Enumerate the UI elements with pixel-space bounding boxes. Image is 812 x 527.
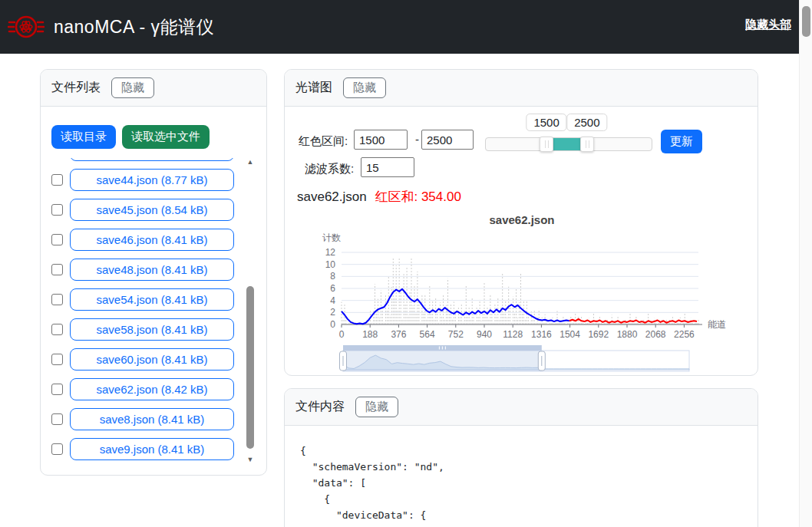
- svg-text:376: 376: [391, 329, 406, 340]
- svg-text:4: 4: [330, 295, 335, 306]
- file-item-button[interactable]: save58.json (8.41 kB): [70, 318, 234, 341]
- hide-header-link[interactable]: 隐藏头部: [745, 18, 791, 32]
- spectrum-body: 红色区间: - 1500 2500 更新 滤波系数: save62.json 红…: [285, 107, 758, 388]
- file-list-body: 读取目录 读取选中文件 save44.json (8.77 kB) save45…: [41, 107, 266, 463]
- file-checkbox[interactable]: [51, 174, 63, 186]
- file-checkbox[interactable]: [51, 204, 63, 216]
- svg-text:1504: 1504: [559, 329, 580, 340]
- file-list-panel-header: 文件列表 隐藏: [41, 70, 266, 107]
- red-region-sum: 红区和: 354.00: [375, 189, 460, 204]
- file-list-item: save54.json (8.41 kB): [51, 288, 234, 311]
- spectrum-panel: 光谱图 隐藏 红色区间: - 1500 2500 更新 滤波系数: save62…: [284, 69, 758, 376]
- red-range-slider-handle-min[interactable]: [540, 137, 553, 152]
- svg-text:1316: 1316: [531, 329, 552, 340]
- red-range-max-input[interactable]: [421, 130, 474, 150]
- file-item-button[interactable]: [70, 158, 234, 161]
- file-list-item: [51, 158, 234, 161]
- page-scrollbar-thumb[interactable]: [802, 6, 810, 37]
- svg-text:1128: 1128: [503, 329, 523, 340]
- app-header: nanoMCA - γ能谱仪 隐藏头部: [0, 0, 812, 54]
- spectrum-line-red-region: [569, 319, 697, 323]
- svg-text:1880: 1880: [617, 329, 638, 340]
- file-item-button[interactable]: save62.json (8.42 kB): [70, 378, 234, 400]
- svg-text:2068: 2068: [645, 329, 666, 340]
- file-item-button[interactable]: save46.json (8.41 kB): [70, 229, 234, 251]
- file-list-item: save48.json (8.41 kB): [51, 259, 234, 281]
- filter-coefficient-input[interactable]: [361, 157, 414, 177]
- file-item-button[interactable]: save60.json (8.41 kB): [70, 348, 234, 371]
- read-selected-files-button[interactable]: 读取选中文件: [122, 125, 210, 149]
- file-list-item: save9.json (8.41 kB): [51, 438, 234, 460]
- svg-text:188: 188: [362, 329, 378, 340]
- spectrum-chart: 0246810120188376564752940112813161504169…: [297, 210, 747, 376]
- read-directory-button[interactable]: 读取目录: [51, 125, 116, 149]
- file-list-hide-button[interactable]: 隐藏: [111, 77, 154, 98]
- file-list-scrollbar[interactable]: ▲ ▼: [245, 158, 256, 463]
- file-content-json: { "schemaVersion": "nd", "data": [ { "de…: [285, 426, 758, 527]
- file-content-panel: 文件内容 隐藏 { "schemaVersion": "nd", "data":…: [284, 388, 758, 527]
- spectrum-title: 光谱图: [295, 80, 332, 96]
- file-content-panel-header: 文件内容 隐藏: [285, 389, 758, 426]
- spectrum-chart-wrap: 0246810120188376564752940112813161504169…: [297, 210, 745, 376]
- file-list-title: 文件列表: [51, 80, 101, 96]
- datazoom-left-handle[interactable]: [340, 351, 347, 371]
- file-content-body: { "schemaVersion": "nd", "data": [ { "de…: [285, 426, 758, 527]
- scroll-up-arrow-icon[interactable]: ▲: [245, 158, 256, 166]
- svg-text:1692: 1692: [588, 329, 609, 340]
- red-range-slider-handle-max[interactable]: [580, 137, 594, 152]
- spectrum-info-line: save62.json 红区和: 354.00: [297, 188, 745, 206]
- file-checkbox[interactable]: [51, 294, 63, 305]
- file-list-item: save46.json (8.41 kB): [51, 229, 234, 251]
- file-item-button[interactable]: save48.json (8.41 kB): [70, 259, 234, 281]
- spectrum-controls: 红色区间: - 1500 2500 更新 滤波系数:: [297, 119, 745, 186]
- red-range-slider[interactable]: 1500 2500: [485, 137, 652, 151]
- file-item-button[interactable]: save9.json (8.41 kB): [70, 438, 234, 460]
- page-title: nanoMCA - γ能谱仪: [54, 15, 214, 39]
- file-list-item: save58.json (8.41 kB): [51, 318, 234, 341]
- update-button[interactable]: 更新: [661, 130, 702, 153]
- file-item-button[interactable]: save8.json (8.41 kB): [70, 408, 234, 430]
- chart-title: save62.json: [489, 213, 554, 226]
- svg-text:0: 0: [339, 329, 345, 340]
- svg-text:0: 0: [330, 319, 335, 330]
- y-axis-name: 计数: [322, 232, 341, 243]
- svg-text:8: 8: [330, 271, 335, 282]
- file-list-rows: save44.json (8.77 kB) save45.json (8.54 …: [51, 158, 234, 460]
- file-list-item: save44.json (8.77 kB): [51, 169, 234, 191]
- red-range-label: 红色区间:: [299, 134, 348, 149]
- file-checkbox[interactable]: [51, 264, 63, 275]
- svg-text:10: 10: [325, 259, 336, 270]
- file-list-item: save45.json (8.54 kB): [51, 199, 234, 221]
- file-item-button[interactable]: save44.json (8.77 kB): [70, 169, 234, 191]
- file-checkbox[interactable]: [51, 443, 63, 455]
- file-checkbox[interactable]: [51, 234, 63, 245]
- file-item-button[interactable]: save45.json (8.54 kB): [70, 199, 234, 221]
- svg-text:6: 6: [330, 283, 335, 294]
- file-list-item: save62.json (8.42 kB): [51, 378, 234, 400]
- slider-tooltip-max: 2500: [566, 114, 607, 131]
- file-item-button[interactable]: save54.json (8.41 kB): [70, 288, 234, 311]
- file-list: save44.json (8.77 kB) save45.json (8.54 …: [51, 158, 256, 463]
- x-axis-name: 能道: [708, 319, 726, 330]
- svg-text:564: 564: [420, 329, 435, 340]
- file-checkbox[interactable]: [51, 354, 63, 365]
- datazoom-selection[interactable]: [343, 351, 542, 371]
- svg-text:2: 2: [330, 307, 335, 318]
- file-list-item: save8.json (8.41 kB): [51, 408, 234, 430]
- file-list-scrollbar-thumb[interactable]: [246, 286, 254, 449]
- file-content-title: 文件内容: [295, 399, 345, 415]
- spectrum-hide-button[interactable]: 隐藏: [343, 77, 386, 98]
- page-scrollbar[interactable]: [799, 0, 812, 527]
- svg-text:940: 940: [477, 329, 492, 340]
- file-checkbox[interactable]: [51, 384, 63, 395]
- file-content-hide-button[interactable]: 隐藏: [355, 397, 398, 417]
- svg-text:752: 752: [448, 329, 464, 340]
- file-list-panel: 文件列表 隐藏 读取目录 读取选中文件 save44.json (8.77 kB…: [40, 69, 267, 476]
- spectrum-panel-header: 光谱图 隐藏: [285, 70, 758, 107]
- file-checkbox[interactable]: [51, 413, 63, 425]
- red-range-min-input[interactable]: [354, 130, 408, 150]
- current-file-name: save62.json: [297, 189, 367, 204]
- file-checkbox[interactable]: [51, 324, 63, 335]
- scroll-down-arrow-icon[interactable]: ▼: [245, 456, 256, 463]
- datazoom-right-handle[interactable]: [538, 351, 545, 371]
